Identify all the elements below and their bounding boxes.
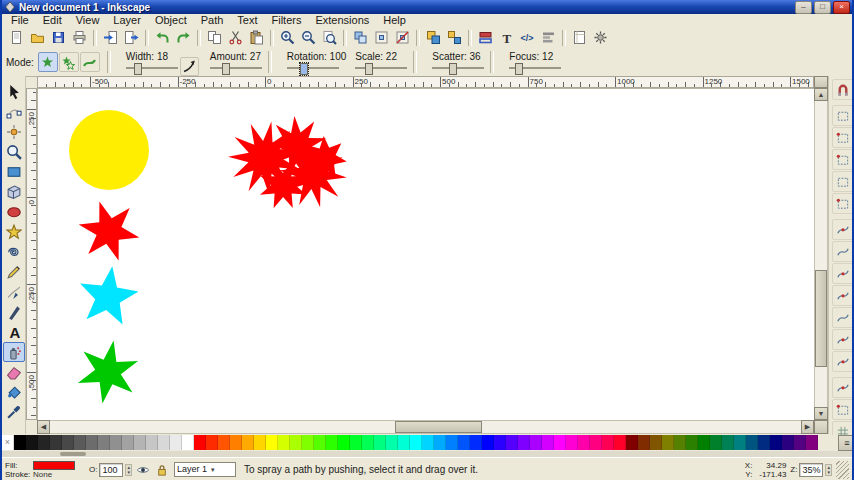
vertical-scroll-thumb[interactable]	[815, 270, 827, 367]
pen-tool-button[interactable]	[3, 282, 25, 302]
palette-swatch[interactable]	[494, 435, 506, 450]
unlink-clone-button[interactable]	[392, 27, 413, 48]
palette-swatch[interactable]	[734, 435, 746, 450]
palette-swatch[interactable]	[26, 435, 38, 450]
fill-swatch[interactable]	[33, 461, 75, 470]
vertical-scroll-track[interactable]	[814, 101, 828, 407]
menu-path[interactable]: Path	[194, 14, 231, 27]
snap-rotation-centers-button[interactable]	[832, 377, 854, 398]
resize-grip[interactable]	[836, 461, 849, 479]
palette-swatch[interactable]	[62, 435, 74, 450]
palette-swatch[interactable]	[590, 435, 602, 450]
snap-bbox-corners-button[interactable]	[832, 149, 854, 170]
copy-button[interactable]	[204, 27, 225, 48]
palette-swatch[interactable]	[554, 435, 566, 450]
paste-button[interactable]	[246, 27, 267, 48]
minimize-button[interactable]: –	[795, 1, 812, 14]
menu-extensions[interactable]: Extensions	[308, 14, 376, 27]
snap-nodes-button[interactable]	[832, 219, 854, 240]
zoom-page-button[interactable]	[319, 27, 340, 48]
palette-swatch[interactable]	[254, 435, 266, 450]
cyan-star[interactable]	[80, 266, 138, 324]
red-star[interactable]	[79, 202, 140, 261]
zoom-input[interactable]: 35%	[799, 463, 823, 477]
eraser-tool-button[interactable]	[3, 362, 25, 382]
menu-file[interactable]: File	[4, 14, 36, 27]
green-star[interactable]	[78, 341, 138, 404]
spiral-tool-button[interactable]	[3, 242, 25, 262]
create-clone-button[interactable]	[371, 27, 392, 48]
palette-swatch[interactable]	[614, 435, 626, 450]
yellow-circle[interactable]	[69, 110, 149, 190]
layer-selector[interactable]: Layer 1 ▾	[174, 462, 236, 477]
palette-swatch[interactable]	[74, 435, 86, 450]
spray-scatter-slider-thumb[interactable]	[449, 63, 457, 75]
snap-paths-button[interactable]	[832, 241, 854, 262]
fill-stroke-dialog-button[interactable]	[475, 27, 496, 48]
palette-swatch[interactable]	[602, 435, 614, 450]
text-tool-button[interactable]: A	[3, 322, 25, 342]
palette-swatch[interactable]	[110, 435, 122, 450]
snap-path-intersections-button[interactable]	[832, 263, 854, 284]
scroll-down-button[interactable]: ▼	[814, 407, 828, 420]
vertical-ruler[interactable]: 2500-250-500	[26, 88, 37, 420]
palette-menu-button[interactable]: ≡	[838, 435, 854, 451]
palette-swatch[interactable]	[566, 435, 578, 450]
snap-bounding-box-button[interactable]	[832, 105, 854, 126]
palette-swatch[interactable]	[686, 435, 698, 450]
tweak-tool-button[interactable]	[3, 122, 25, 142]
palette-swatch[interactable]	[530, 435, 542, 450]
palette-swatch[interactable]	[266, 435, 278, 450]
palette-swatch[interactable]	[242, 435, 254, 450]
selector-tool-button[interactable]	[3, 82, 25, 102]
palette-swatch[interactable]	[314, 435, 326, 450]
palette-swatch[interactable]	[710, 435, 722, 450]
spray-scatter-slider[interactable]	[432, 63, 484, 74]
redo-button[interactable]	[173, 27, 194, 48]
document-properties-button[interactable]	[569, 27, 590, 48]
title-bar[interactable]: New document 1 - Inkscape –□×	[2, 0, 852, 14]
palette-swatch[interactable]	[98, 435, 110, 450]
palette-swatch[interactable]	[374, 435, 386, 450]
ruler-corner-button[interactable]	[814, 76, 828, 88]
xml-editor-button[interactable]: </>	[517, 27, 538, 48]
palette-swatch[interactable]	[794, 435, 806, 450]
palette-swatch[interactable]	[338, 435, 350, 450]
palette-swatch[interactable]	[302, 435, 314, 450]
spray-mode-copy-button[interactable]	[38, 52, 58, 72]
box3d-tool-button[interactable]	[3, 182, 25, 202]
palette-swatch[interactable]	[86, 435, 98, 450]
canvas-area[interactable]	[37, 88, 814, 420]
snap-page-border-button[interactable]	[832, 399, 854, 420]
palette-swatch[interactable]	[458, 435, 470, 450]
palette-swatch[interactable]	[134, 435, 146, 450]
palette-swatch[interactable]	[218, 435, 230, 450]
zoom-spinner[interactable]: ▴▾	[825, 464, 832, 476]
pencil-tool-button[interactable]	[3, 262, 25, 282]
palette-swatch[interactable]	[662, 435, 674, 450]
cut-button[interactable]	[225, 27, 246, 48]
maximize-button[interactable]: □	[814, 1, 831, 14]
duplicate-button[interactable]	[350, 27, 371, 48]
palette-swatch[interactable]	[386, 435, 398, 450]
horizontal-scrollbar[interactable]: ◀▶	[37, 420, 814, 434]
palette-swatch[interactable]	[50, 435, 62, 450]
palette-swatch[interactable]	[482, 435, 494, 450]
undo-button[interactable]	[152, 27, 173, 48]
spray-width-slider[interactable]	[126, 63, 178, 74]
menu-filters[interactable]: Filters	[265, 14, 309, 27]
snap-bbox-edge-midpoints-button[interactable]	[832, 171, 854, 192]
palette-swatch[interactable]	[422, 435, 434, 450]
palette-swatch[interactable]	[782, 435, 794, 450]
ungroup-button[interactable]	[444, 27, 465, 48]
spray-width-slider-thumb[interactable]	[134, 63, 142, 75]
scroll-up-button[interactable]: ▲	[814, 88, 828, 101]
palette-swatch[interactable]	[446, 435, 458, 450]
open-document-button[interactable]	[27, 27, 48, 48]
palette-swatch[interactable]	[758, 435, 770, 450]
close-button[interactable]: ×	[833, 1, 850, 14]
spray-scale-slider-thumb[interactable]	[365, 63, 373, 75]
opacity-spinner[interactable]: ▴▾	[125, 464, 132, 476]
scroll-left-button[interactable]: ◀	[37, 420, 50, 434]
palette-swatch[interactable]	[158, 435, 170, 450]
